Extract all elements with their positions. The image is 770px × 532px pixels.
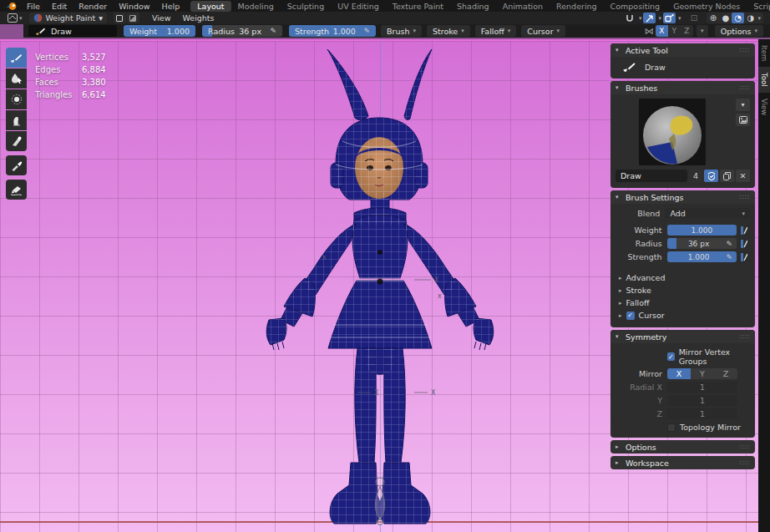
sidebar-tab-tool[interactable]: Tool (758, 67, 770, 93)
workspace-tab-shading[interactable]: Shading (450, 1, 496, 12)
workspace-tab-geometry-nodes[interactable]: Geometry Nodes (666, 1, 747, 12)
panel-workspace-header[interactable]: ▸Workspace ∷∷ (610, 456, 755, 469)
radial-x-value[interactable]: 1 (667, 382, 737, 393)
menu-weights[interactable]: Weights (176, 13, 220, 23)
subpanel-cursor[interactable]: ▸ ✓ Cursor (615, 309, 750, 322)
panel-grip[interactable]: ∷∷ (740, 84, 750, 92)
sidebar-radius-slider[interactable]: 36 px ✎ (667, 238, 737, 249)
tool-draw-button[interactable] (6, 48, 27, 68)
symmetry-z-button[interactable]: Z (714, 368, 737, 379)
options-dropdown[interactable]: Options▾ (715, 25, 763, 37)
subpanel-falloff[interactable]: ▸Falloff (615, 296, 750, 309)
menu-render[interactable]: Render (73, 2, 113, 11)
brush-preview-image[interactable] (639, 99, 706, 165)
sidebar-strength-slider[interactable]: 1.000 ✎ (667, 251, 737, 262)
unlink-brush-button[interactable]: ✕ (736, 170, 750, 182)
brush-list-dropdown[interactable]: ▾ (736, 99, 750, 111)
duplicate-brush-button[interactable] (720, 170, 734, 182)
sidebar-tab-view[interactable]: View (758, 93, 770, 121)
radius-pressure-icon[interactable]: ✎ (270, 27, 276, 35)
panel-grip[interactable]: ∷∷ (740, 443, 750, 451)
vertex-mask-toggle[interactable] (127, 13, 139, 23)
radius-pressure-icon[interactable]: ✎ (727, 240, 733, 248)
brush-users-count[interactable]: 4 (689, 170, 702, 182)
radial-z-value[interactable]: 1 (667, 408, 737, 419)
gizmo-icon[interactable]: ⊡ (687, 13, 700, 23)
fake-user-shield-button[interactable] (704, 170, 718, 182)
subpanel-advanced[interactable]: ▸Advanced (615, 271, 750, 284)
symmetry-x-button[interactable]: X (667, 368, 691, 379)
workspace-tab-sculpting[interactable]: Sculpting (281, 1, 331, 12)
brush-name-field[interactable]: Draw (615, 170, 687, 182)
topology-mirror-checkbox[interactable] (667, 423, 676, 432)
mode-selector[interactable]: Weight Paint ▾ (29, 13, 107, 23)
workspace-tab-uv-editing[interactable]: UV Editing (331, 1, 386, 12)
proportional-editing-icon[interactable] (643, 13, 656, 23)
menu-window[interactable]: Window (113, 2, 155, 11)
menu-view[interactable]: View (146, 13, 177, 23)
face-mask-toggle[interactable] (114, 13, 126, 23)
workspace-tab-layout[interactable]: Layout (190, 1, 230, 12)
tool-smear-button[interactable] (6, 110, 27, 130)
brush-image-icon[interactable] (736, 114, 750, 126)
weight-slider[interactable]: Weight 1.000 (124, 25, 195, 37)
mirror-x-button[interactable]: X (656, 25, 668, 37)
panel-symmetry-header[interactable]: ▾Symmetry ∷∷ (610, 330, 755, 343)
sidebar-weight-slider[interactable]: 1.000 (667, 225, 737, 236)
shading-rendered-icon[interactable]: ◑ (744, 13, 757, 23)
cursor-dropdown[interactable]: Cursor▾ (521, 25, 565, 37)
subpanel-stroke[interactable]: ▸Stroke (615, 284, 750, 296)
workspace-tab-rendering[interactable]: Rendering (550, 1, 604, 12)
strength-pressure-icon[interactable]: ✎ (363, 27, 370, 35)
tool-average-button[interactable] (6, 89, 27, 109)
workspace-tab-animation[interactable]: Animation (496, 1, 550, 12)
menu-edit[interactable]: Edit (46, 2, 73, 11)
panel-grip[interactable]: ∷∷ (740, 194, 750, 201)
mirror-y-button[interactable]: Y (668, 25, 681, 37)
shading-material-icon[interactable]: ◔ (732, 13, 744, 23)
falloff-dropdown[interactable]: Falloff▾ (475, 25, 517, 37)
workspace-tab-compositing[interactable]: Compositing (604, 1, 667, 12)
blender-logo-icon[interactable] (6, 2, 18, 11)
editor-type-button[interactable]: ▾ (4, 13, 26, 23)
panel-grip[interactable]: ∷∷ (740, 459, 750, 467)
panel-options-header[interactable]: ▸Options ∷∷ (610, 440, 755, 453)
mirror-z-button[interactable]: Z (681, 25, 693, 37)
overlays-icon[interactable]: ⊕ (707, 13, 719, 23)
sidebar-tab-item[interactable]: Item (758, 39, 770, 67)
tool-annotate-button[interactable] (6, 180, 27, 200)
shading-solid-icon[interactable]: ● (719, 13, 732, 23)
menu-help[interactable]: Help (156, 2, 186, 11)
blend-dropdown[interactable]: Add▾ (665, 208, 750, 219)
transform-pivot-icon[interactable] (663, 13, 676, 23)
workspace-tab-scripting[interactable]: Scripting (747, 1, 770, 12)
stroke-dropdown[interactable]: Stroke▾ (427, 25, 470, 37)
mirror-more-dropdown[interactable]: ▾ (697, 25, 708, 37)
strength-pressure-icon[interactable]: ✎ (727, 253, 733, 261)
radius-slider[interactable]: Radius 36 px ✎ (202, 25, 282, 37)
tool-sample-weight-button[interactable] (6, 155, 27, 175)
viewport-canvas[interactable]: X X X x x (0, 39, 758, 532)
workspace-tab-modeling[interactable]: Modeling (231, 1, 281, 12)
panel-grip[interactable]: ∷∷ (740, 333, 750, 341)
mirror-vertex-groups-checkbox[interactable]: ✓ (667, 352, 675, 361)
tool-blur-button[interactable] (6, 68, 27, 89)
workspace-tab-texture-paint[interactable]: Texture Paint (386, 1, 450, 12)
radial-y-value[interactable]: 1 (667, 395, 737, 406)
active-tool-button[interactable]: Draw (28, 25, 117, 37)
symmetry-y-button[interactable]: Y (691, 368, 714, 379)
panel-active-tool-header[interactable]: ▾Active Tool ∷∷ (610, 43, 755, 57)
strength-slider[interactable]: Strength 1.000 ✎ (289, 25, 376, 37)
tool-gradient-button[interactable] (6, 131, 27, 151)
panel-brush-settings-header[interactable]: ▾Brush Settings ∷∷ (610, 190, 755, 204)
radius-unified-icon[interactable] (738, 238, 750, 249)
brush-dropdown[interactable]: Brush▾ (381, 25, 422, 37)
shading-dropdown[interactable]: ▾ (757, 15, 763, 22)
strength-unified-icon[interactable] (738, 251, 750, 262)
panel-brushes-header[interactable]: ▾Brushes ∷∷ (610, 81, 755, 94)
panel-grip[interactable]: ∷∷ (740, 47, 750, 54)
snapping-icon[interactable] (624, 13, 636, 23)
cursor-checkbox[interactable]: ✓ (626, 312, 635, 320)
menu-file[interactable]: File (21, 2, 46, 11)
weight-unified-icon[interactable] (738, 225, 750, 236)
